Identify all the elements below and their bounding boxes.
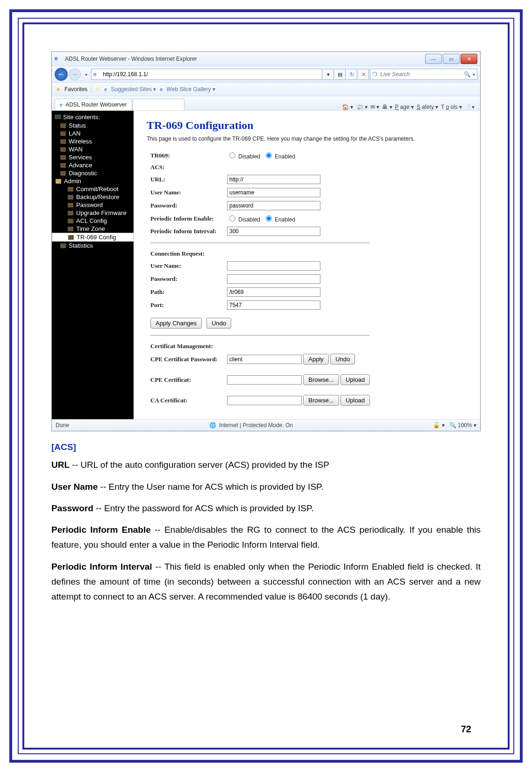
suggested-sites-link[interactable]: Suggested Sites ▾ bbox=[111, 86, 156, 93]
cr-username-input[interactable] bbox=[227, 261, 320, 271]
sidebar-item-upgrade-firmware[interactable]: Upgrade Firmware bbox=[52, 209, 134, 217]
sidebar-item-lan[interactable]: LAN bbox=[52, 129, 134, 137]
tr069-enabled-radio[interactable] bbox=[266, 152, 272, 158]
folder-icon bbox=[68, 203, 73, 207]
new-tab-button[interactable] bbox=[132, 99, 184, 110]
zoom-control[interactable]: 🔍 100% ▾ bbox=[449, 422, 476, 429]
folder-icon bbox=[68, 187, 73, 192]
favorites-label[interactable]: Favorites bbox=[64, 86, 87, 93]
maximize-button[interactable]: ▭ bbox=[443, 54, 460, 64]
acs-username-input[interactable] bbox=[227, 188, 320, 197]
tab-adsl-router[interactable]: e ADSL Router Webserver bbox=[55, 99, 132, 110]
refresh-button[interactable]: ↻ bbox=[347, 69, 357, 80]
pie-enabled-radio[interactable] bbox=[266, 215, 272, 222]
web-slice-link[interactable]: Web Slice Gallery ▾ bbox=[166, 86, 215, 93]
sidebar-item-advance[interactable]: Advance bbox=[52, 161, 134, 169]
cpe-upload-button[interactable]: Upload bbox=[340, 374, 370, 385]
sidebar-item-commit-reboot[interactable]: Commit/Reboot bbox=[52, 185, 134, 193]
sidebar-item-wireless[interactable]: Wireless bbox=[52, 137, 134, 145]
ie-tab-row: e ADSL Router Webserver 🏠 ▾ 📰 ▾ ✉ ▾ 🖶 ▾ … bbox=[52, 96, 480, 111]
sidebar-item-backup-restore[interactable]: Backup/Restore bbox=[52, 193, 134, 201]
status-zone: Internet | Protected Mode: On bbox=[219, 422, 293, 429]
sidebar-item-admin[interactable]: Admin bbox=[52, 177, 134, 185]
page-heading: TR-069 Configuration bbox=[147, 119, 467, 132]
tab-title: ADSL Router Webserver bbox=[65, 101, 127, 108]
label-cr-password: Password: bbox=[148, 273, 223, 285]
page-number: 72 bbox=[461, 724, 471, 735]
section-heading-acs: [ACS] bbox=[51, 440, 481, 455]
undo-button[interactable]: Undo bbox=[206, 318, 231, 329]
search-dropdown[interactable]: ▾ bbox=[473, 72, 475, 77]
port-input[interactable] bbox=[227, 300, 320, 310]
bing-icon: ❍ bbox=[372, 71, 377, 78]
ie-status-bar: Done 🌐Internet | Protected Mode: On 🔓 ▾ … bbox=[52, 419, 480, 431]
config-form: TR069: Disabled Enabled ACS: URL: User N… bbox=[147, 149, 374, 408]
folder-icon bbox=[60, 171, 66, 176]
folder-open-icon bbox=[56, 179, 61, 184]
sidebar-item-diagnostic[interactable]: Diagnostic bbox=[52, 169, 134, 177]
label-tr069: TR069: bbox=[148, 150, 223, 161]
mail-button[interactable]: ✉ ▾ bbox=[370, 104, 379, 110]
ca-browse-button[interactable]: Browse... bbox=[303, 395, 339, 406]
folder-icon bbox=[60, 243, 66, 248]
safety-menu[interactable]: Safety ▾ bbox=[417, 104, 438, 110]
cpe-browse-button[interactable]: Browse... bbox=[303, 374, 339, 385]
search-input[interactable] bbox=[379, 71, 464, 78]
label-url: URL: bbox=[148, 173, 223, 186]
folder-icon bbox=[60, 147, 66, 152]
sidebar-item-services[interactable]: Services bbox=[52, 153, 134, 161]
compat-view-button[interactable]: ▤ bbox=[335, 69, 346, 80]
recent-pages-button[interactable]: ▾ bbox=[83, 68, 89, 81]
ca-upload-button[interactable]: Upload bbox=[340, 395, 370, 406]
help-button[interactable]: ❔▾ bbox=[465, 104, 475, 110]
folder-icon bbox=[68, 195, 73, 200]
home-button[interactable]: 🏠 ▾ bbox=[342, 104, 353, 110]
sidebar-item-time-zone[interactable]: Time Zone bbox=[52, 225, 134, 233]
favorites-star-icon[interactable]: ★ bbox=[56, 86, 61, 93]
label-password: Password: bbox=[148, 200, 223, 212]
sidebar-item-tr069-config[interactable]: TR-069 Config bbox=[52, 233, 134, 242]
status-done: Done bbox=[56, 422, 69, 429]
cert-undo-button[interactable]: Undo bbox=[330, 354, 355, 365]
acs-url-input[interactable] bbox=[227, 175, 320, 184]
sidebar-item-wan[interactable]: WAN bbox=[52, 145, 134, 153]
protected-mode-icon[interactable]: 🔓 ▾ bbox=[433, 422, 444, 429]
close-button[interactable]: ✕ bbox=[461, 54, 477, 64]
search-box: ❍ 🔍 ▾ bbox=[370, 69, 477, 80]
sidebar-item-status[interactable]: Status bbox=[52, 122, 134, 129]
page-favicon-icon: e bbox=[93, 71, 100, 78]
sidebar-item-acl-config[interactable]: ACL Config bbox=[52, 217, 134, 225]
label-cpe-cert-password: CPE Certificat Password: bbox=[148, 352, 223, 366]
search-icon[interactable]: 🔍 bbox=[464, 71, 471, 78]
folder-icon bbox=[60, 131, 66, 136]
apply-changes-button[interactable]: Apply Changes bbox=[150, 318, 202, 329]
path-input[interactable] bbox=[227, 287, 320, 297]
tr069-disabled-radio[interactable] bbox=[229, 152, 235, 158]
cpe-cert-path-input[interactable] bbox=[227, 375, 302, 385]
minimize-button[interactable]: — bbox=[425, 54, 442, 64]
label-cr-username: User Name: bbox=[148, 260, 223, 272]
sidebar-item-statistics[interactable]: Statistics bbox=[52, 242, 134, 250]
stop-button[interactable]: ✕ bbox=[358, 69, 369, 80]
folder-icon bbox=[68, 211, 73, 215]
url-input[interactable] bbox=[102, 71, 320, 78]
ca-cert-path-input[interactable] bbox=[227, 396, 302, 405]
interval-input[interactable] bbox=[227, 227, 320, 236]
cert-apply-button[interactable]: Apply bbox=[303, 354, 329, 365]
suggested-favicon-icon: e bbox=[104, 86, 107, 92]
addr-dropdown-button[interactable]: ▾ bbox=[323, 69, 334, 80]
sidebar-item-password[interactable]: Password bbox=[52, 201, 134, 209]
pie-disabled-radio[interactable] bbox=[229, 215, 235, 222]
ie-command-bar: 🏠 ▾ 📰 ▾ ✉ ▾ 🖶 ▾ PPageage ▾ Safety ▾ Tool… bbox=[184, 104, 477, 110]
page-menu[interactable]: PPageage ▾ bbox=[395, 104, 414, 110]
ie-favorites-bar: ★ Favorites ☆ e Suggested Sites ▾ e Web … bbox=[52, 83, 480, 96]
cr-password-input[interactable] bbox=[227, 274, 320, 284]
tools-menu[interactable]: Tools ▾ bbox=[441, 104, 462, 110]
print-button[interactable]: 🖶 ▾ bbox=[382, 104, 392, 110]
forward-button[interactable]: → bbox=[69, 68, 81, 80]
acs-password-input[interactable] bbox=[227, 201, 320, 210]
feeds-button[interactable]: 📰 ▾ bbox=[356, 104, 368, 110]
label-username: User Name: bbox=[148, 186, 223, 199]
cpe-cert-password-input[interactable] bbox=[227, 355, 302, 364]
back-button[interactable]: ← bbox=[55, 68, 68, 81]
